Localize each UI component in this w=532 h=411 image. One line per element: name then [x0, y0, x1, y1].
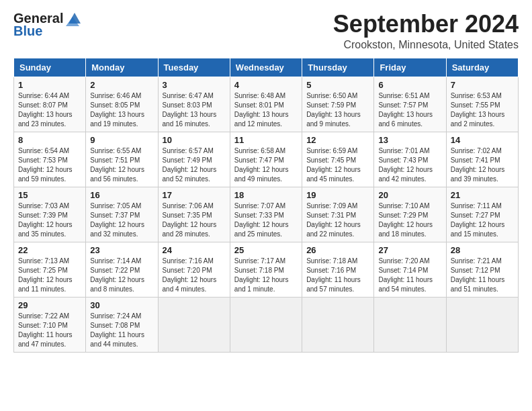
day-number: 2 [90, 80, 153, 90]
day-detail: Sunrise: 6:55 AMSunset: 7:51 PMDaylight:… [90, 146, 153, 184]
day-number: 18 [234, 190, 298, 200]
calendar-cell: 30Sunrise: 7:24 AMSunset: 7:08 PMDayligh… [86, 297, 158, 352]
location-subtitle: Crookston, Minnesota, United States [333, 39, 519, 51]
day-detail: Sunrise: 7:03 AMSunset: 7:39 PMDaylight:… [18, 201, 81, 239]
day-number: 21 [451, 190, 514, 200]
day-detail: Sunrise: 7:02 AMSunset: 7:41 PMDaylight:… [451, 146, 514, 184]
day-detail: Sunrise: 6:58 AMSunset: 7:47 PMDaylight:… [234, 146, 298, 184]
calendar-cell: 9Sunrise: 6:55 AMSunset: 7:51 PMDaylight… [86, 132, 158, 187]
day-detail: Sunrise: 7:17 AMSunset: 7:18 PMDaylight:… [234, 257, 298, 294]
calendar-cell: 21Sunrise: 7:11 AMSunset: 7:27 PMDayligh… [446, 187, 518, 242]
day-number: 28 [451, 245, 514, 255]
day-detail: Sunrise: 7:18 AMSunset: 7:16 PMDaylight:… [306, 257, 369, 294]
calendar-cell: 5Sunrise: 6:50 AMSunset: 7:59 PMDaylight… [302, 77, 374, 132]
day-number: 7 [451, 80, 514, 90]
day-detail: Sunrise: 6:46 AMSunset: 8:05 PMDaylight:… [90, 91, 153, 129]
calendar-cell [230, 297, 302, 352]
calendar-cell: 12Sunrise: 6:59 AMSunset: 7:45 PMDayligh… [302, 132, 374, 187]
day-number: 23 [90, 245, 153, 255]
day-detail: Sunrise: 6:53 AMSunset: 7:55 PMDaylight:… [451, 91, 514, 129]
day-detail: Sunrise: 7:06 AMSunset: 7:35 PMDaylight:… [163, 201, 226, 239]
day-number: 4 [234, 80, 298, 90]
calendar-cell: 29Sunrise: 7:22 AMSunset: 7:10 PMDayligh… [14, 297, 86, 352]
day-detail: Sunrise: 6:47 AMSunset: 8:03 PMDaylight:… [163, 91, 226, 129]
day-number: 17 [163, 190, 226, 200]
month-title: September 2024 [333, 11, 519, 38]
logo: General Blue [13, 11, 83, 39]
day-number: 30 [90, 300, 153, 310]
calendar-cell: 19Sunrise: 7:09 AMSunset: 7:31 PMDayligh… [302, 187, 374, 242]
calendar-cell: 8Sunrise: 6:54 AMSunset: 7:53 PMDaylight… [14, 132, 86, 187]
day-detail: Sunrise: 7:21 AMSunset: 7:12 PMDaylight:… [451, 257, 514, 294]
day-detail: Sunrise: 7:10 AMSunset: 7:29 PMDaylight:… [378, 201, 441, 239]
day-number: 16 [90, 190, 153, 200]
calendar-cell: 13Sunrise: 7:01 AMSunset: 7:43 PMDayligh… [374, 132, 446, 187]
calendar-cell: 4Sunrise: 6:48 AMSunset: 8:01 PMDaylight… [230, 77, 302, 132]
calendar-cell: 14Sunrise: 7:02 AMSunset: 7:41 PMDayligh… [446, 132, 518, 187]
day-detail: Sunrise: 6:50 AMSunset: 7:59 PMDaylight:… [306, 91, 369, 129]
day-number: 5 [306, 80, 369, 90]
weekday-header-sunday: Sunday [14, 58, 86, 77]
day-detail: Sunrise: 7:14 AMSunset: 7:22 PMDaylight:… [90, 257, 153, 294]
day-number: 27 [378, 245, 441, 255]
day-detail: Sunrise: 7:11 AMSunset: 7:27 PMDaylight:… [451, 201, 514, 239]
calendar-cell: 20Sunrise: 7:10 AMSunset: 7:29 PMDayligh… [374, 187, 446, 242]
weekday-header-monday: Monday [86, 58, 158, 77]
day-detail: Sunrise: 6:59 AMSunset: 7:45 PMDaylight:… [306, 146, 369, 184]
day-number: 13 [378, 135, 441, 145]
day-detail: Sunrise: 6:48 AMSunset: 8:01 PMDaylight:… [234, 91, 298, 129]
title-area: September 2024 Crookston, Minnesota, Uni… [333, 11, 519, 51]
day-number: 15 [18, 190, 81, 200]
calendar-cell: 7Sunrise: 6:53 AMSunset: 7:55 PMDaylight… [446, 77, 518, 132]
day-number: 29 [18, 300, 81, 310]
calendar-cell: 3Sunrise: 6:47 AMSunset: 8:03 PMDaylight… [158, 77, 230, 132]
calendar-table: SundayMondayTuesdayWednesdayThursdayFrid… [13, 58, 519, 353]
weekday-header-wednesday: Wednesday [230, 58, 302, 77]
day-number: 9 [90, 135, 153, 145]
day-number: 12 [306, 135, 369, 145]
day-detail: Sunrise: 7:09 AMSunset: 7:31 PMDaylight:… [306, 201, 369, 239]
calendar-cell: 11Sunrise: 6:58 AMSunset: 7:47 PMDayligh… [230, 132, 302, 187]
day-number: 11 [234, 135, 298, 145]
day-number: 14 [451, 135, 514, 145]
day-number: 26 [306, 245, 369, 255]
calendar-cell: 16Sunrise: 7:05 AMSunset: 7:37 PMDayligh… [86, 187, 158, 242]
day-number: 25 [234, 245, 298, 255]
calendar-cell [374, 297, 446, 352]
day-detail: Sunrise: 6:54 AMSunset: 7:53 PMDaylight:… [18, 146, 81, 184]
day-number: 6 [378, 80, 441, 90]
calendar-cell: 15Sunrise: 7:03 AMSunset: 7:39 PMDayligh… [14, 187, 86, 242]
day-number: 8 [18, 135, 81, 145]
day-number: 20 [378, 190, 441, 200]
calendar-cell [446, 297, 518, 352]
day-number: 1 [18, 80, 81, 90]
day-detail: Sunrise: 7:16 AMSunset: 7:20 PMDaylight:… [163, 257, 226, 294]
day-detail: Sunrise: 7:20 AMSunset: 7:14 PMDaylight:… [378, 257, 441, 294]
day-number: 3 [163, 80, 226, 90]
day-number: 19 [306, 190, 369, 200]
day-number: 10 [163, 135, 226, 145]
weekday-header-saturday: Saturday [446, 58, 518, 77]
day-detail: Sunrise: 7:24 AMSunset: 7:08 PMDaylight:… [90, 312, 153, 349]
day-detail: Sunrise: 7:13 AMSunset: 7:25 PMDaylight:… [18, 257, 81, 294]
day-number: 24 [163, 245, 226, 255]
calendar-cell [158, 297, 230, 352]
calendar-cell: 18Sunrise: 7:07 AMSunset: 7:33 PMDayligh… [230, 187, 302, 242]
day-detail: Sunrise: 7:22 AMSunset: 7:10 PMDaylight:… [18, 312, 81, 349]
day-detail: Sunrise: 6:57 AMSunset: 7:49 PMDaylight:… [163, 146, 226, 184]
calendar-cell: 1Sunrise: 6:44 AMSunset: 8:07 PMDaylight… [14, 77, 86, 132]
calendar-cell: 17Sunrise: 7:06 AMSunset: 7:35 PMDayligh… [158, 187, 230, 242]
day-detail: Sunrise: 7:01 AMSunset: 7:43 PMDaylight:… [378, 146, 441, 184]
calendar-cell: 2Sunrise: 6:46 AMSunset: 8:05 PMDaylight… [86, 77, 158, 132]
calendar-cell: 25Sunrise: 7:17 AMSunset: 7:18 PMDayligh… [230, 242, 302, 297]
calendar-cell: 23Sunrise: 7:14 AMSunset: 7:22 PMDayligh… [86, 242, 158, 297]
logo-blue: Blue [13, 24, 42, 39]
calendar-cell: 24Sunrise: 7:16 AMSunset: 7:20 PMDayligh… [158, 242, 230, 297]
weekday-header-tuesday: Tuesday [158, 58, 230, 77]
weekday-header-friday: Friday [374, 58, 446, 77]
calendar-cell: 6Sunrise: 6:51 AMSunset: 7:57 PMDaylight… [374, 77, 446, 132]
day-detail: Sunrise: 7:05 AMSunset: 7:37 PMDaylight:… [90, 201, 153, 239]
header: General Blue September 2024 Crookston, M… [13, 11, 519, 51]
calendar-cell: 27Sunrise: 7:20 AMSunset: 7:14 PMDayligh… [374, 242, 446, 297]
calendar-cell [302, 297, 374, 352]
